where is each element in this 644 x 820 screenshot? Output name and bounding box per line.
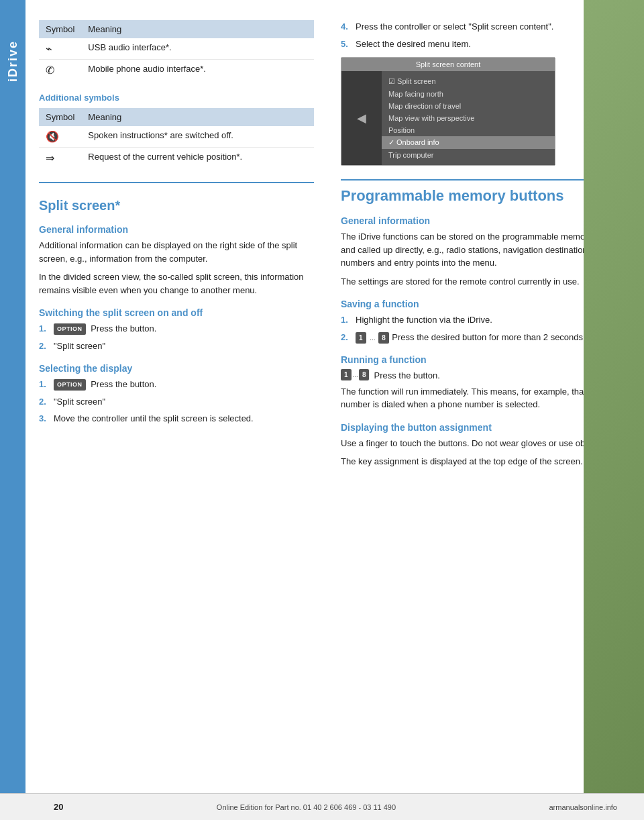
- running-step-1-text: Press the button.: [374, 369, 439, 382]
- page-number: 20: [54, 802, 63, 812]
- col-header-meaning-1: Meaning: [81, 20, 314, 38]
- step-number: 5.: [341, 38, 356, 51]
- step-number: 1.: [39, 378, 54, 391]
- list-item: 2. "Split screen": [39, 395, 314, 409]
- col-header-symbol-2: Symbol: [39, 108, 81, 126]
- menu-item-position[interactable]: Position: [382, 124, 555, 136]
- arrow-icon: ◀: [357, 111, 366, 125]
- menu-item-direction[interactable]: Map direction of travel: [382, 100, 555, 112]
- subsection-switching: Switching the split screen on and off: [39, 307, 314, 318]
- step-number: 1.: [39, 322, 54, 336]
- section-divider: [39, 182, 314, 183]
- table-row: ⌁ USB audio interface*.: [39, 38, 314, 60]
- sidebar-tab: iDrive: [0, 0, 25, 820]
- step-number: 2.: [341, 331, 356, 344]
- subsection-selecting: Selecting the display: [39, 363, 314, 374]
- mute-icon: 🔇: [46, 131, 59, 142]
- step-content: "Split screen": [54, 395, 314, 409]
- symbol-table-1: Symbol Meaning ⌁ USB audio interface*. ✆: [39, 20, 314, 81]
- step-number: 2.: [39, 340, 54, 353]
- general-info-para-1: Additional information can be displayed …: [39, 239, 314, 265]
- list-item: 1. OPTION Press the button.: [39, 322, 314, 336]
- sidebar-label: iDrive: [6, 40, 20, 82]
- split-screen-screenshot: Split screen content ◀ ☑ Split screen Ma…: [341, 57, 555, 166]
- split-screen-right: ☑ Split screen Map facing north Map dire…: [382, 71, 555, 165]
- table-row: ⇒ Request of the current vehicle positio…: [39, 148, 314, 169]
- phone-icon: ✆: [46, 64, 54, 76]
- general-info-para-2: In the divided screen view, the so-calle…: [39, 270, 314, 297]
- split-screen-img-body: ◀ ☑ Split screen Map facing north Map di…: [341, 71, 555, 165]
- split-screen-img-header: Split screen content: [341, 58, 555, 71]
- col-header-meaning-2: Meaning: [81, 108, 314, 126]
- run-num-btn-8: 8: [359, 369, 370, 380]
- selecting-steps: 1. OPTION Press the button. 2. "Split sc…: [39, 378, 314, 425]
- num-btn-1: 1: [356, 332, 366, 344]
- option-button-icon: OPTION: [54, 323, 86, 336]
- step-content: OPTION Press the button.: [54, 378, 314, 391]
- table-row: ✆ Mobile phone audio interface*.: [39, 60, 314, 81]
- position-icon: ⇒: [46, 152, 54, 164]
- symbol-table-2: Symbol Meaning 🔇 Spoken instructions* ar…: [39, 108, 314, 168]
- symbol-cell: 🔇: [39, 126, 81, 148]
- meaning-cell: Mobile phone audio interface*.: [81, 60, 314, 81]
- footer: 20 Online Edition for Part no. 01 40 2 6…: [0, 793, 644, 820]
- option-button-icon: OPTION: [54, 379, 86, 391]
- menu-item-north[interactable]: Map facing north: [382, 88, 555, 100]
- step-content: Move the controller until the split scre…: [54, 412, 314, 425]
- num-btn-dots: ...: [370, 333, 375, 343]
- step-number: 2.: [39, 395, 54, 409]
- right-column: 4. Press the controller or select "Split…: [334, 20, 631, 780]
- step-number: 1.: [341, 313, 356, 327]
- split-screen-left: ◀: [341, 71, 382, 165]
- left-column: Symbol Meaning ⌁ USB audio interface*. ✆: [39, 20, 334, 780]
- run-num-btn-1: 1: [341, 369, 352, 380]
- split-screen-title: Split screen*: [39, 198, 314, 213]
- meaning-cell: USB audio interface*.: [81, 38, 314, 60]
- col-header-symbol-1: Symbol: [39, 20, 81, 38]
- footer-edition: Online Edition for Part no. 01 40 2 606 …: [217, 803, 396, 811]
- subsection-general-info: General information: [39, 224, 314, 235]
- menu-item-onboard[interactable]: Onboard info: [382, 136, 555, 149]
- menu-item-perspective[interactable]: Map view with perspective: [382, 112, 555, 124]
- symbol-cell: ⌁: [39, 38, 81, 60]
- meaning-cell: Request of the current vehicle position*…: [81, 148, 314, 169]
- table-row: 🔇 Spoken instructions* are switched off.: [39, 126, 314, 148]
- symbol-cell: ⇒: [39, 148, 81, 169]
- symbol-cell: ✆: [39, 60, 81, 81]
- step-content: "Split screen": [54, 340, 314, 353]
- step-number: 4.: [341, 20, 356, 34]
- step-number: 3.: [39, 412, 54, 425]
- switching-steps: 1. OPTION Press the button. 2. "Split sc…: [39, 322, 314, 352]
- additional-symbols-label: Additional symbols: [39, 93, 314, 103]
- num-btn-8: 8: [378, 332, 389, 344]
- split-screen-menu: ☑ Split screen Map facing north Map dire…: [382, 71, 555, 165]
- list-item: 3. Move the controller until the split s…: [39, 412, 314, 425]
- list-item: 1. OPTION Press the button.: [39, 378, 314, 391]
- menu-item-split[interactable]: ☑ Split screen: [382, 75, 555, 88]
- step-content: OPTION Press the button.: [54, 322, 314, 336]
- meaning-cell: Spoken instructions* are switched off.: [81, 126, 314, 148]
- usb-icon: ⌁: [46, 43, 52, 54]
- footer-website: armanualsonline.info: [549, 803, 617, 811]
- menu-item-trip[interactable]: Trip computer: [382, 149, 555, 161]
- run-num-btn-dots: ...: [353, 370, 358, 380]
- list-item: 2. "Split screen": [39, 340, 314, 353]
- main-content: Symbol Meaning ⌁ USB audio interface*. ✆: [25, 0, 644, 820]
